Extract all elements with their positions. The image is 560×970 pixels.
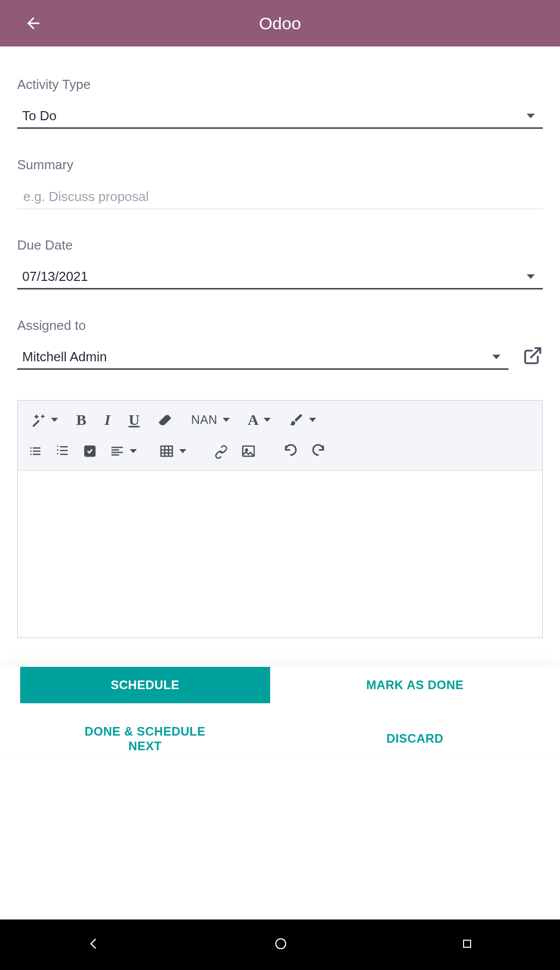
activity-type-value: To Do [22,108,57,124]
schedule-button-label: SCHEDULE [111,678,179,693]
summary-input[interactable]: e.g. Discuss proposal [17,181,543,209]
field-assigned-to: Assigned to Mitchell Admin [17,318,543,370]
back-arrow-icon[interactable] [24,14,42,32]
chevron-down-icon [223,418,230,422]
undo-icon[interactable] [277,439,304,463]
italic-button[interactable]: I [95,408,120,432]
image-icon[interactable] [235,439,262,463]
chevron-down-icon [179,449,186,453]
discard-button[interactable]: DISCARD [290,720,540,757]
assigned-to-select[interactable]: Mitchell Admin [17,342,508,370]
unordered-list-icon[interactable] [22,439,49,463]
field-due-date: Due Date 07/13/2021 [17,237,543,289]
nav-back-icon[interactable] [87,937,101,953]
nav-home-icon[interactable] [274,937,287,952]
page-title: Odoo [259,14,301,33]
done-schedule-next-button[interactable]: DONE & SCHEDULE NEXT [20,720,270,758]
svg-line-0 [531,348,540,357]
activity-type-select[interactable]: To Do [17,101,543,129]
assigned-to-value: Mitchell Admin [22,349,107,365]
svg-point-8 [245,449,247,451]
mark-done-button[interactable]: MARK AS DONE [290,667,540,703]
assigned-to-label: Assigned to [17,318,543,333]
android-nav-bar [0,919,560,970]
due-date-value: 07/13/2021 [22,269,88,284]
done-next-line1: DONE & SCHEDULE [84,724,206,739]
eraser-icon[interactable] [148,408,182,432]
discard-button-label: DISCARD [386,732,443,746]
align-select[interactable] [104,439,143,463]
font-family-select[interactable]: A [239,408,280,432]
due-date-input[interactable]: 07/13/2021 [17,261,543,289]
editor-textarea[interactable] [18,471,542,638]
due-date-label: Due Date [17,237,543,253]
done-next-line2: NEXT [128,739,162,754]
rich-text-editor: B I U NAN A [17,400,543,638]
chevron-down-icon [130,449,137,453]
footer-actions: SCHEDULE MARK AS DONE DONE & SCHEDULE NE… [0,667,560,758]
chevron-down-icon [492,355,500,359]
table-select[interactable] [153,439,192,463]
svg-point-9 [276,939,286,949]
font-size-select[interactable]: NAN [182,408,238,432]
ordered-list-icon[interactable] [49,439,76,463]
svg-rect-10 [464,940,471,947]
field-activity-type: Activity Type To Do [17,77,543,129]
magic-wand-button[interactable] [22,408,67,432]
svg-rect-2 [161,446,173,456]
editor-toolbar: B I U NAN A [18,401,542,471]
activity-form: Activity Type To Do Summary e.g. Discuss… [0,46,560,638]
mark-done-button-label: MARK AS DONE [366,678,464,693]
nav-recent-icon[interactable] [461,938,473,952]
app-header: Odoo [0,0,560,46]
summary-placeholder: e.g. Discuss proposal [23,189,149,205]
activity-type-label: Activity Type [17,77,543,92]
schedule-button[interactable]: SCHEDULE [20,667,270,703]
link-icon[interactable] [208,439,235,463]
checklist-icon[interactable] [76,439,104,463]
redo-icon[interactable] [304,439,332,463]
chevron-down-icon [264,418,271,422]
chevron-down-icon [51,418,58,422]
field-summary: Summary e.g. Discuss proposal [17,157,543,209]
bold-button[interactable]: B [67,408,95,432]
chevron-down-icon [309,418,316,422]
font-size-label: NAN [191,413,217,427]
external-link-icon[interactable] [523,346,543,366]
brush-icon[interactable] [280,408,325,432]
underline-button[interactable]: U [120,408,149,432]
summary-label: Summary [17,157,543,173]
